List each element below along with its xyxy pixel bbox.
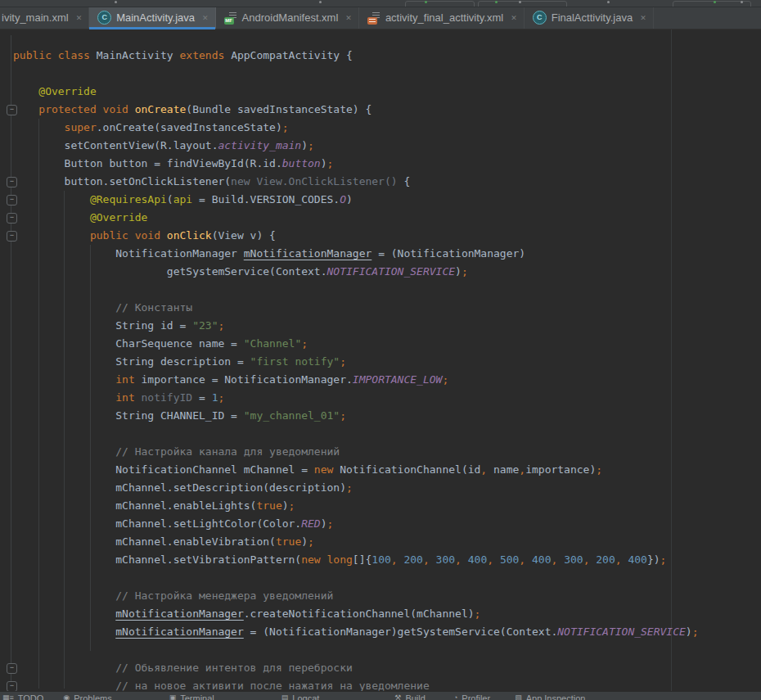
code-area[interactable]: public class MainActivity extends AppCom…: [13, 47, 761, 692]
tab-androidmanifest-xml[interactable]: MFAndroidManifest.xml✕: [216, 7, 359, 29]
tab-close-icon[interactable]: ✕: [511, 14, 517, 22]
tab-label: MainActivity.java: [116, 11, 195, 24]
code-line: // на новое активити после нажатия на ув…: [13, 677, 761, 692]
code-line: mNotificationManager.createNotificationC…: [13, 605, 761, 623]
code-line: public class MainActivity extends AppCom…: [13, 47, 761, 65]
code-line: NotificationManager mNotificationManager…: [13, 245, 761, 263]
code-line: // Настройка канала для уведомлений: [13, 443, 761, 461]
toolbar-dot-icon: [519, 1, 521, 3]
code-line: [13, 425, 761, 443]
tool-window-button-problems[interactable]: ◉Problems: [63, 692, 111, 700]
manifest-file-icon: MF: [224, 11, 237, 25]
tab-mainactivity-java[interactable]: CMainActivity.java✕: [89, 7, 215, 29]
code-line: String id = "23";: [13, 317, 761, 335]
toolbar-dot-icon: [319, 1, 322, 3]
tab-close-icon[interactable]: ✕: [76, 14, 83, 22]
fold-marker-icon[interactable]: −: [7, 213, 17, 224]
profiler-icon: ◔: [453, 693, 457, 700]
tool-window-button-terminal[interactable]: ▣Terminal: [169, 692, 214, 700]
code-line: // Константы: [13, 299, 761, 317]
code-editor[interactable]: public class MainActivity extends AppCom…: [0, 29, 761, 692]
tool-window-button-build[interactable]: ⚒Build: [394, 692, 426, 700]
tab-finalacttivity-java[interactable]: CFinalActtivity.java✕: [525, 7, 654, 29]
code-line: mChannel.setDescription(description);: [13, 479, 761, 497]
code-line: mChannel.setVibrationPattern(new long[]{…: [13, 551, 761, 569]
tool-window-button-label: TODO: [18, 693, 44, 700]
toolbar-run-dot-icon: [714, 1, 716, 3]
code-line: setContentView(R.layout.activity_main);: [13, 137, 761, 155]
code-line: String description = "first notify";: [13, 353, 761, 371]
layout-file-icon: [367, 11, 380, 25]
tool-window-button-label: Problems: [74, 693, 111, 700]
code-line: getSystemService(Context.NOTIFICATION_SE…: [13, 263, 761, 281]
code-line: [13, 281, 761, 299]
code-line: [13, 569, 761, 587]
java-class-icon: C: [97, 11, 111, 25]
toolbar-run-dot-icon: [425, 1, 427, 3]
code-line: mChannel.setLightColor(Color.RED);: [13, 515, 761, 533]
code-line: @RequiresApi(api = Build.VERSION_CODES.O…: [13, 191, 761, 209]
code-line: int importance = NotificationManager.IMP…: [13, 371, 761, 389]
tab-close-icon[interactable]: ✕: [640, 14, 646, 22]
code-line: super.onCreate(savedInstanceState);: [13, 119, 761, 137]
tool-window-bar: ▦ ≡TODO◉Problems▣Terminal▤Logcat⚒Build◔P…: [0, 691, 761, 700]
toolbar-run-dot-icon: [495, 1, 498, 3]
problems-icon: ◉: [63, 693, 70, 700]
toolbar-dot-icon: [115, 1, 117, 3]
code-line: CharSequence name = "Channel";: [13, 335, 761, 353]
tab-ivity-main-xml[interactable]: ivity_main.xml✕: [0, 7, 89, 29]
tab-close-icon[interactable]: ✕: [345, 14, 352, 22]
fold-marker-icon[interactable]: −: [7, 663, 17, 674]
app-inspection-icon: ▧: [515, 693, 522, 700]
toolbar-button-outline[interactable]: [478, 1, 567, 7]
gutter-fold-line: [11, 35, 11, 689]
code-line: mChannel.enableVibration(true);: [13, 533, 761, 551]
code-line: NotificationChannel mChannel = new Notif…: [13, 461, 761, 479]
tool-window-button-app-inspection[interactable]: ▧App Inspection: [515, 692, 585, 700]
tool-window-button-label: Build: [405, 693, 425, 700]
todo-icon: ≡: [10, 693, 14, 700]
code-line: protected void onCreate(Bundle savedInst…: [13, 101, 761, 119]
code-line: String CHANNEL_ID = "my_channel_01";: [13, 407, 761, 425]
java-class-icon: C: [533, 11, 547, 25]
toolbar-dot-icon: [607, 1, 610, 3]
ide-window: ivity_main.xml✕CMainActivity.java✕MFAndr…: [0, 0, 761, 700]
code-line: @Override: [13, 83, 761, 101]
tab-label: FinalActtivity.java: [552, 11, 633, 24]
tab-close-icon[interactable]: ✕: [202, 14, 209, 22]
fold-marker-icon[interactable]: −: [7, 195, 17, 205]
tool-window-button-label: Profiler: [462, 693, 490, 700]
code-line: mNotificationManager = (NotificationMana…: [13, 623, 761, 641]
tab-label: AndroidManifest.xml: [242, 11, 339, 24]
main-toolbar-sliver: [0, 0, 761, 7]
toolbar-dot-icon: [741, 1, 743, 3]
code-line: int notifyID = 1;: [13, 389, 761, 407]
logcat-icon: ▤: [281, 693, 289, 700]
tab-bar: ivity_main.xml✕CMainActivity.java✕MFAndr…: [0, 7, 761, 29]
tab-activity-final-acttivity-xml[interactable]: activity_final_acttivity.xml✕: [359, 7, 525, 29]
code-line: [13, 65, 761, 83]
tab-label: activity_final_acttivity.xml: [385, 11, 503, 24]
toolbar-button-outline[interactable]: [405, 1, 475, 7]
code-line: // Обьявление интентов для переброски: [13, 659, 761, 677]
tool-window-button-logcat[interactable]: ▤Logcat: [281, 692, 320, 700]
fold-marker-icon[interactable]: −: [7, 105, 17, 115]
code-line: @Override: [13, 209, 761, 227]
terminal-icon: ▣: [169, 693, 177, 700]
tool-window-button-label: App Inspection: [526, 693, 586, 700]
tool-window-stripe-icon[interactable]: ▦: [2, 692, 10, 700]
tab-label: ivity_main.xml: [2, 11, 69, 24]
code-line: Button button = findViewById(R.id.button…: [13, 155, 761, 173]
code-line: // Настройка менеджера уведомлений: [13, 587, 761, 605]
toolbar-button-outline[interactable]: [673, 1, 751, 7]
tool-window-button-todo[interactable]: ≡TODO: [10, 692, 44, 700]
tool-window-button-profiler[interactable]: ◔Profiler: [453, 692, 490, 700]
code-line: button.setOnClickListener(new View.OnCli…: [13, 173, 761, 191]
code-line: public void onClick(View v) {: [13, 227, 761, 245]
fold-marker-icon[interactable]: −: [7, 177, 17, 187]
fold-marker-icon[interactable]: −: [7, 231, 17, 242]
code-line: [13, 641, 761, 659]
tool-window-button-label: Terminal: [180, 693, 214, 700]
code-line: mChannel.enableLights(true);: [13, 497, 761, 515]
build-icon: ⚒: [394, 693, 401, 700]
